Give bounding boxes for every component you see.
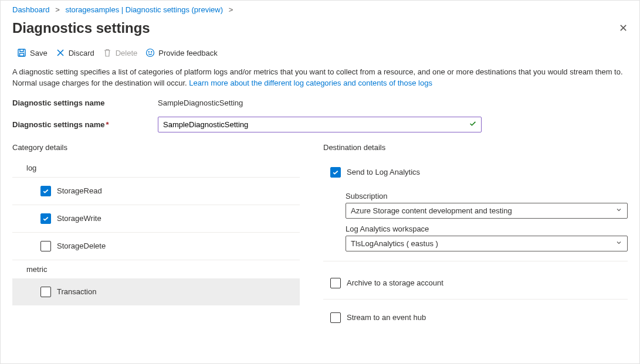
save-icon xyxy=(17,48,26,57)
svg-point-4 xyxy=(151,52,152,52)
dest-storage-row: Archive to a storage account xyxy=(323,270,628,300)
workspace-value: TlsLogAnalytics ( eastus ) xyxy=(351,239,438,248)
save-button[interactable]: Save xyxy=(17,48,48,57)
delete-button: Delete xyxy=(103,48,138,57)
page-title: Diagnostics settings xyxy=(12,20,150,36)
toolbar: Save Discard Delete Provide feedback xyxy=(1,45,639,63)
category-details-title: Category details xyxy=(12,141,300,159)
name-input-label: Diagnostic settings name* xyxy=(12,120,158,129)
diagnostic-name-input[interactable] xyxy=(158,117,482,132)
storageread-label: StorageRead xyxy=(57,186,102,195)
metric-transaction-row: Transaction xyxy=(12,278,300,305)
workspace-select[interactable]: TlsLogAnalytics ( eastus ) xyxy=(346,236,628,251)
storage-label: Archive to a storage account xyxy=(347,278,443,287)
transaction-checkbox[interactable] xyxy=(40,287,51,297)
storageread-checkbox[interactable] xyxy=(40,186,51,196)
log-storagewrite-row: StorageWrite xyxy=(12,205,300,233)
storagewrite-checkbox[interactable] xyxy=(40,213,51,224)
valid-icon xyxy=(469,120,477,130)
transaction-label: Transaction xyxy=(57,287,96,296)
name-readonly-value: SampleDiagnosticSetting xyxy=(158,98,243,107)
close-icon[interactable]: ✕ xyxy=(619,22,628,35)
storagewrite-label: StorageWrite xyxy=(57,214,101,223)
svg-point-2 xyxy=(147,49,154,57)
subscription-value: Azure Storage content development and te… xyxy=(351,206,512,215)
breadcrumb: Dashboard > storagesamples | Diagnostic … xyxy=(1,1,639,16)
discard-icon xyxy=(56,48,65,57)
log-group-title: log xyxy=(12,159,300,178)
loganalytics-label: Send to Log Analytics xyxy=(347,168,420,176)
breadcrumb-sep: > xyxy=(55,5,60,14)
chevron-down-icon xyxy=(615,206,622,215)
feedback-button[interactable]: Provide feedback xyxy=(145,48,217,57)
metric-group-title: metric xyxy=(12,260,300,278)
description: A diagnostic setting specifies a list of… xyxy=(1,63,639,97)
subscription-label: Subscription xyxy=(346,192,628,203)
breadcrumb-sep: > xyxy=(229,5,233,14)
dest-loganalytics-row: Send to Log Analytics xyxy=(323,159,628,186)
svg-rect-0 xyxy=(18,49,25,56)
feedback-icon xyxy=(145,48,155,57)
chevron-down-icon xyxy=(615,239,622,248)
delete-icon xyxy=(103,48,112,57)
destination-details-title: Destination details xyxy=(323,141,628,159)
log-storagedelete-row: StorageDelete xyxy=(12,233,300,260)
subscription-select[interactable]: Azure Storage content development and te… xyxy=(346,203,628,219)
storagedelete-label: StorageDelete xyxy=(57,241,106,250)
delete-label: Delete xyxy=(116,49,138,57)
feedback-label: Provide feedback xyxy=(158,49,217,57)
eventhub-checkbox[interactable] xyxy=(330,312,341,323)
discard-button[interactable]: Discard xyxy=(56,48,94,57)
storage-checkbox[interactable] xyxy=(330,278,341,288)
save-label: Save xyxy=(30,49,48,57)
loganalytics-checkbox[interactable] xyxy=(330,167,341,178)
learn-more-link[interactable]: Learn more about the different log categ… xyxy=(189,79,432,87)
dest-eventhub-row: Stream to an event hub xyxy=(323,304,628,331)
eventhub-label: Stream to an event hub xyxy=(347,313,426,322)
storagedelete-checkbox[interactable] xyxy=(40,241,51,251)
svg-rect-1 xyxy=(20,53,24,56)
breadcrumb-storagesamples[interactable]: storagesamples | Diagnostic settings (pr… xyxy=(65,5,223,14)
name-readonly-label: Diagnostic settings name xyxy=(12,98,158,107)
log-storageread-row: StorageRead xyxy=(12,178,300,205)
discard-label: Discard xyxy=(69,49,94,57)
workspace-label: Log Analytics workspace xyxy=(346,224,628,236)
svg-point-3 xyxy=(148,52,149,52)
breadcrumb-dashboard[interactable]: Dashboard xyxy=(12,5,50,14)
